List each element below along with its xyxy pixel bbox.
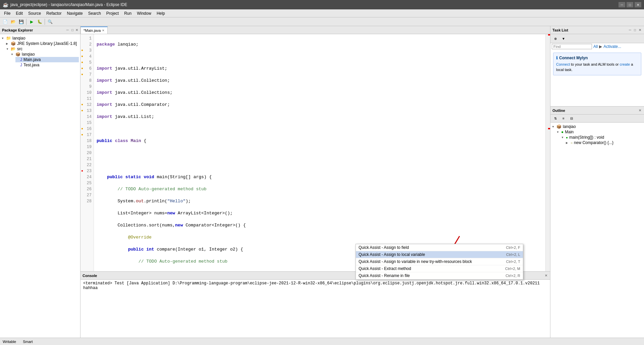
- class-outline-icon: ●: [561, 130, 564, 134]
- activate-label: ▶: [599, 44, 602, 49]
- project-icon: 📁: [6, 36, 11, 41]
- mylyn-title: ℹ Connect Mylyn: [556, 56, 638, 60]
- outline-item-anon-comparator[interactable]: ▶ ○ new Comparator() {...}: [566, 140, 643, 145]
- tree-item-package-lanqiao[interactable]: ▼ 📦 lanqiao: [11, 52, 79, 57]
- maximize-button[interactable]: □: [627, 2, 633, 7]
- line-20: 20: [80, 150, 94, 156]
- tab-close-button[interactable]: ✕: [102, 29, 105, 32]
- toolbar-new-button[interactable]: 📄: [1, 18, 9, 25]
- minimize-button[interactable]: ─: [619, 2, 625, 7]
- outline-close[interactable]: ✕: [638, 108, 642, 113]
- outline-title: Outline: [552, 109, 565, 113]
- code-line-4: import java.util.Collection;: [97, 78, 543, 84]
- menu-item-edit[interactable]: Edit: [13, 10, 25, 16]
- package-outline-icon: 📦: [556, 124, 561, 129]
- tree-item-test-java[interactable]: ▶ J Test.java: [15, 62, 79, 68]
- code-line-14: System.out.println("Hello");: [97, 198, 543, 204]
- package-explorer-minimize[interactable]: ─: [66, 28, 69, 32]
- titlebar: ☕ java_project(eclipse) - lanqiao/src/la…: [0, 0, 644, 9]
- mylyn-body: Connect to your task and ALM tools or cr…: [556, 62, 638, 72]
- menu-item-source[interactable]: Source: [25, 10, 44, 16]
- console-title: Console: [83, 274, 97, 278]
- code-editor[interactable]: 1 2 3 4 5 6 7 8 9 10 11 12 13 14 15 16 1…: [80, 34, 550, 271]
- close-button[interactable]: ✕: [635, 2, 641, 7]
- find-input[interactable]: [552, 44, 592, 49]
- task-list-minimize[interactable]: ─: [628, 28, 632, 32]
- toolbar: 📄 📂 💾 ▶ 🐛 🔍: [0, 17, 644, 26]
- code-line-15: List<Integer> nums=new ArrayList<Integer…: [97, 210, 543, 216]
- qa-item-3[interactable]: Quick Assist - Assign to variable in new…: [356, 258, 523, 265]
- task-list-maximize[interactable]: □: [633, 28, 637, 32]
- qa-item-5[interactable]: Quick Assist - Rename in file Ctrl+2, R: [356, 272, 523, 279]
- toolbar-run-button[interactable]: ▶: [28, 18, 35, 25]
- window-title: java_project(eclipse) - lanqiao/src/lanq…: [10, 2, 127, 7]
- toolbar-search-button[interactable]: 🔍: [46, 18, 54, 25]
- tree-item-lanqiao-project[interactable]: ▼ 📁 lanqiao: [1, 36, 79, 41]
- filter-all-label: All: [593, 44, 598, 49]
- code-line-3: import java.util.ArrayList;: [97, 66, 543, 72]
- tree-item-label: Test.java: [23, 63, 39, 67]
- expand-arrow: ▼: [6, 48, 9, 51]
- console-close-icon[interactable]: ✕: [544, 273, 548, 278]
- code-line-2: [97, 54, 543, 60]
- task-filter-button[interactable]: ▼: [560, 35, 567, 42]
- tree-item-label: lanqiao: [12, 36, 25, 41]
- menu-item-project[interactable]: Project: [104, 10, 121, 16]
- tree-item-src[interactable]: ▼ 📂 src: [6, 46, 79, 52]
- outline-sort-button[interactable]: ⇅: [552, 115, 559, 122]
- console-content[interactable]: <terminated> Test [Java Application] D:\…: [80, 280, 550, 345]
- outline-header: Outline ✕: [550, 107, 644, 115]
- line-1: 1: [80, 36, 94, 42]
- create-link[interactable]: create: [620, 62, 630, 66]
- menu-item-window[interactable]: Window: [134, 10, 154, 16]
- expand-arrow: ▼: [11, 53, 14, 56]
- task-list-toolbar: ⊕ ▼: [550, 34, 644, 43]
- code-content[interactable]: package lanqiao; import java.util.ArrayL…: [94, 34, 545, 271]
- qa-shortcut-1: Ctrl+2, F: [506, 246, 520, 250]
- outline-item-main-method[interactable]: ▼ ● main(String[]) : void: [561, 135, 643, 140]
- menu-item-search[interactable]: Search: [86, 10, 104, 16]
- qa-shortcut-4: Ctrl+2, M: [505, 267, 520, 271]
- menu-item-navigate[interactable]: Navigate: [64, 10, 85, 16]
- tab-label: *Main.java: [84, 28, 101, 32]
- qa-item-4[interactable]: Quick Assist - Extract method Ctrl+2, M: [356, 265, 523, 272]
- task-list-close[interactable]: ✕: [638, 28, 642, 32]
- outline-collapse-button[interactable]: ⊟: [568, 115, 575, 122]
- toolbar-debug-button[interactable]: 🐛: [36, 18, 43, 25]
- menu-item-help[interactable]: Help: [154, 10, 168, 16]
- activate-button[interactable]: Activate...: [603, 44, 621, 49]
- menu-item-file[interactable]: File: [1, 10, 13, 16]
- line-15: 15: [80, 120, 94, 126]
- code-line-13: // TODO Auto-generated method stub: [97, 186, 543, 192]
- menu-item-run[interactable]: Run: [121, 10, 134, 16]
- line-23: 23: [80, 168, 94, 174]
- info-icon: ℹ: [556, 56, 558, 60]
- package-explorer-maximize[interactable]: □: [71, 28, 74, 32]
- task-new-button[interactable]: ⊕: [552, 35, 559, 42]
- toolbar-open-button[interactable]: 📂: [9, 18, 17, 25]
- statusbar: Writable Smart: [0, 338, 644, 345]
- code-line-1: package lanqiao;: [97, 42, 543, 48]
- outline-item-lanqiao[interactable]: ▼ 📦 lanqiao: [552, 124, 643, 129]
- connect-link[interactable]: Connect: [556, 62, 570, 66]
- src-icon: 📂: [11, 47, 16, 51]
- qa-item-2[interactable]: Quick Assist - Assign to local variable …: [356, 251, 523, 258]
- quick-assist-popup[interactable]: Quick Assist - Assign to field Ctrl+2, F…: [356, 244, 523, 280]
- package-explorer-close[interactable]: ✕: [75, 28, 78, 32]
- outline-item-main-class[interactable]: ▼ ● Main: [556, 129, 643, 135]
- tab-main-java[interactable]: *Main.java ✕: [80, 26, 108, 34]
- tree-item-jre[interactable]: ▶ 📦 JRE System Library [JavaSE-1.8]: [6, 41, 79, 46]
- outline-filter-button[interactable]: ≡: [560, 115, 567, 122]
- menu-item-refactor[interactable]: Refactor: [44, 10, 64, 16]
- console-terminated-line: <terminated> Test [Java Application] D:\…: [83, 281, 540, 286]
- editor-scrollbar[interactable]: [545, 34, 550, 271]
- outline-label: lanqiao: [563, 124, 576, 129]
- package-explorer-title: Package Explorer: [2, 28, 33, 32]
- tree-item-main-java[interactable]: ▶ J Main.java: [15, 57, 79, 62]
- scroll-marker-error: [548, 128, 550, 129]
- toolbar-save-button[interactable]: 💾: [17, 18, 25, 25]
- find-bar: All ▶ Activate...: [550, 43, 644, 50]
- line-8: 8: [80, 78, 94, 84]
- qa-item-1[interactable]: Quick Assist - Assign to field Ctrl+2, F: [356, 244, 523, 251]
- task-list-header: Task List ─ □ ✕: [550, 26, 644, 34]
